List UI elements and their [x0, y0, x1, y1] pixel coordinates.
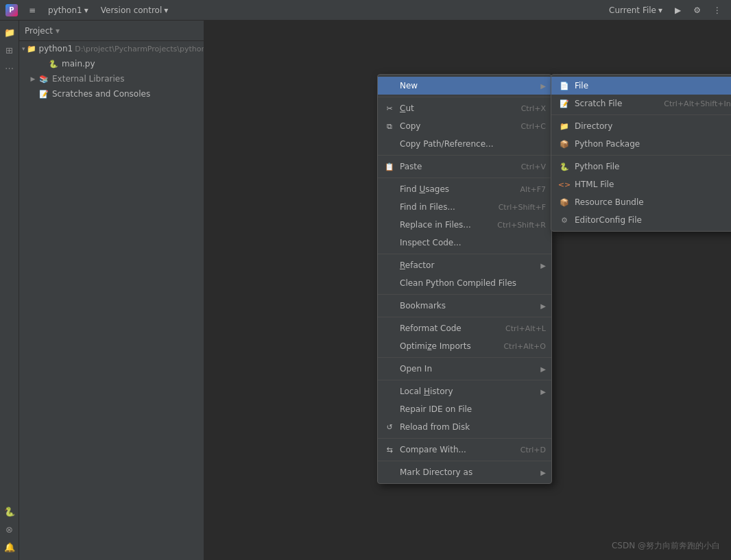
dir-icon: 📁	[558, 122, 571, 131]
submenu-item-html-file[interactable]: <> HTML File	[551, 175, 731, 193]
compare-shortcut: Ctrl+D	[520, 446, 546, 454]
menu-item-copy[interactable]: ⧉ Copy Ctrl+C	[378, 117, 551, 135]
mark-dir-arrow: ▶	[540, 469, 546, 476]
context-menu: New ▶ ✂ Cut Ctrl+X ⧉ Copy Ctrl+C Copy Pa…	[377, 74, 552, 484]
refactor-arrow: ▶	[540, 262, 546, 269]
reload-icon: ↺	[383, 423, 396, 432]
sidebar: Project ▾ ▾ 📁 python1 D:\project\Pycharm…	[19, 21, 204, 560]
menu-copy-label: Copy	[400, 121, 516, 131]
menu-item-compare-with[interactable]: ⇆ Compare With... Ctrl+D	[378, 441, 551, 459]
menu-replace-in-files-label: Replace in Files...	[400, 220, 492, 230]
menu-mark-dir-label: Mark Directory as	[400, 467, 538, 477]
html-icon: <>	[558, 180, 571, 189]
tree-root[interactable]: ▾ 📁 python1 D:\project\PycharmProjects\p…	[19, 41, 204, 56]
submenu-item-file[interactable]: 📄 File	[551, 77, 731, 95]
menu-reload-label: Reload from Disk	[400, 422, 546, 432]
chevron-down-icon: ▾	[84, 5, 88, 15]
menu-optimize-label: Optimize Imports	[400, 341, 498, 351]
menu-paste-label: Paste	[400, 162, 516, 171]
folder-icon[interactable]: 📁	[2, 25, 17, 40]
submenu-resource-label: Resource Bundle	[575, 197, 644, 207]
hamburger-menu[interactable]: ≡	[23, 3, 41, 17]
plugins-icon[interactable]: ⋯	[2, 60, 17, 75]
root-label: python1	[39, 44, 73, 53]
menu-item-inspect-code[interactable]: Inspect Code...	[378, 234, 551, 252]
tree-ext-libraries[interactable]: ▶ 📚 External Libraries	[19, 71, 204, 86]
menu-item-copy-path[interactable]: Copy Path/Reference...	[378, 135, 551, 153]
menu-new-label: New	[400, 81, 538, 90]
chevron-down-icon: ▾	[164, 5, 168, 15]
project-selector[interactable]: python1 ▾	[43, 3, 94, 17]
submenu-pypkg-label: Python Package	[575, 139, 640, 149]
menu-bookmarks-label: Bookmarks	[400, 301, 538, 311]
submenu-scratch-label: Scratch File	[575, 99, 622, 108]
menu-item-bookmarks[interactable]: Bookmarks ▶	[378, 297, 551, 315]
scratch-icon: 📝	[558, 99, 571, 108]
menu-cut-label: Cut	[400, 104, 516, 113]
replace-in-files-shortcut: Ctrl+Shift+R	[497, 221, 546, 230]
notifications-icon[interactable]: 🔔	[2, 539, 17, 555]
menu-item-clean-compiled[interactable]: Clean Python Compiled Files	[378, 274, 551, 292]
submenu-item-python-package[interactable]: 📦 Python Package	[551, 135, 731, 153]
sep4	[378, 254, 551, 254]
reformat-shortcut: Ctrl+Alt+L	[505, 324, 546, 333]
submenu-dir-label: Directory	[575, 121, 612, 131]
submenu-item-resource-bundle[interactable]: 📦 Resource Bundle	[551, 193, 731, 211]
submenu-item-directory[interactable]: 📁 Directory	[551, 117, 731, 135]
root-folder-icon: 📁	[27, 43, 36, 54]
sep9	[378, 438, 551, 439]
menu-item-optimize-imports[interactable]: Optimize Imports Ctrl+Alt+O	[378, 337, 551, 355]
structure-icon[interactable]: ⊞	[2, 42, 17, 58]
python-icon[interactable]: 🐍	[2, 504, 17, 519]
menu-reformat-label: Reformat Code	[400, 324, 500, 333]
more-button[interactable]: ⋮	[709, 3, 726, 17]
submenu-item-python-file[interactable]: 🐍 Python File	[551, 158, 731, 175]
sep5	[378, 294, 551, 295]
menu-item-cut[interactable]: ✂ Cut Ctrl+X	[378, 99, 551, 117]
sep8	[378, 380, 551, 380]
menu-item-find-usages[interactable]: Find Usages Alt+F7	[378, 180, 551, 198]
menu-item-local-history[interactable]: Local History ▶	[378, 382, 551, 400]
current-file-selector[interactable]: Current File ▾	[605, 3, 667, 17]
watermark: CSDN @努力向前奔跑的小白	[612, 540, 720, 552]
menu-item-new[interactable]: New ▶	[378, 77, 551, 95]
sep7	[378, 357, 551, 358]
scratches-icon: 📝	[38, 88, 49, 99]
menu-item-repair-ide[interactable]: Repair IDE on File	[378, 400, 551, 418]
submenu-item-scratch[interactable]: 📝 Scratch File Ctrl+Alt+Shift+Insert	[551, 95, 731, 112]
sep1	[378, 97, 551, 97]
main-area: Search Everywhere Double Shift Go to Fil…	[204, 21, 731, 560]
ext-libraries-label: External Libraries	[52, 74, 124, 84]
version-control-menu[interactable]: Version control ▾	[95, 3, 174, 17]
title-bar: P ≡ python1 ▾ Version control ▾ Current …	[0, 0, 731, 21]
collapse-arrow: ▾	[22, 45, 25, 53]
run-button[interactable]: ▶	[671, 3, 685, 17]
no-expand	[29, 90, 37, 98]
menu-clean-label: Clean Python Compiled Files	[400, 278, 546, 288]
tree-scratches[interactable]: 📝 Scratches and Consoles	[19, 86, 204, 101]
menu-item-mark-directory[interactable]: Mark Directory as ▶	[378, 463, 551, 481]
optimize-shortcut: Ctrl+Alt+O	[503, 342, 546, 351]
menu-item-replace-in-files[interactable]: Replace in Files... Ctrl+Shift+R	[378, 216, 551, 234]
menu-item-open-in[interactable]: Open In ▶	[378, 360, 551, 378]
cut-shortcut: Ctrl+X	[521, 104, 546, 113]
menu-item-reformat[interactable]: Reformat Code Ctrl+Alt+L	[378, 319, 551, 337]
python-file-icon: 🐍	[48, 58, 59, 69]
title-bar-menu: ≡ python1 ▾ Version control ▾	[23, 3, 173, 17]
submenu-arrow: ▶	[540, 82, 546, 90]
open-in-arrow: ▶	[540, 365, 546, 373]
settings-button[interactable]: ⚙	[689, 3, 705, 17]
layers-icon[interactable]: ⊗	[2, 522, 17, 537]
menu-item-find-in-files[interactable]: Find in Files... Ctrl+Shift+F	[378, 198, 551, 216]
submenu-item-editor-config[interactable]: ⚙ EditorConfig File	[551, 211, 731, 229]
menu-item-refactor[interactable]: Refactor ▶	[378, 256, 551, 274]
sub-sep2	[551, 155, 731, 156]
menu-item-reload-disk[interactable]: ↺ Reload from Disk	[378, 418, 551, 436]
menu-copy-path-label: Copy Path/Reference...	[400, 139, 546, 149]
tree-main-py[interactable]: 🐍 main.py	[19, 56, 204, 71]
sep2	[378, 155, 551, 156]
root-path: D:\project\PycharmProjects\python1	[75, 45, 204, 53]
compare-icon: ⇆	[383, 446, 396, 454]
editorconfig-icon: ⚙	[558, 216, 571, 225]
menu-item-paste[interactable]: 📋 Paste Ctrl+V	[378, 158, 551, 175]
